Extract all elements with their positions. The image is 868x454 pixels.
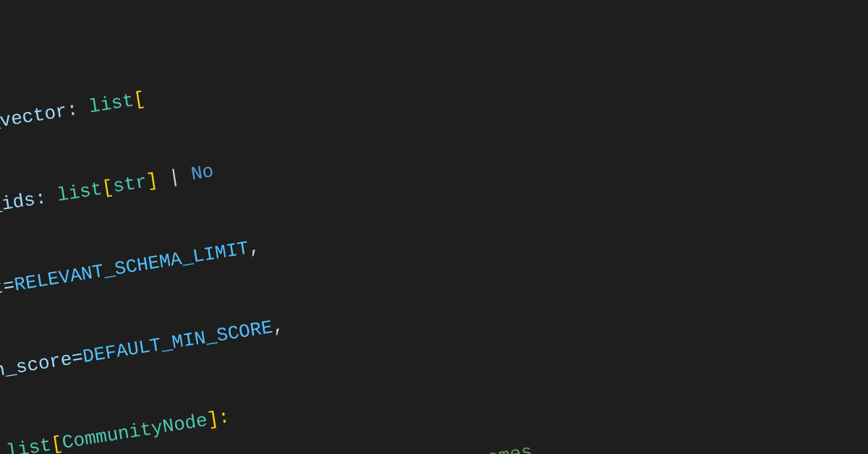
token-variable: roup_ids: (0, 185, 59, 224)
token-variable: earch_vector: (0, 97, 91, 143)
token-punct: | (156, 163, 193, 190)
token-type: str (111, 171, 148, 197)
token-constant: RELEVANT_SCHEMA_LIMIT (13, 237, 250, 296)
token-type: list (5, 434, 53, 454)
code-line[interactable]: roup_ids: list[str] | No (0, 61, 829, 227)
token-variable: min_score= (0, 346, 85, 385)
token-bracket: [ (132, 88, 147, 111)
token-punct: , (247, 236, 261, 259)
token-none: No (190, 160, 216, 185)
code-line[interactable]: imit=RELEVANT_SCHEMA_LIMIT, (0, 142, 841, 308)
token-punct: , (271, 314, 285, 338)
code-block[interactable]: iver, earch_vector: list[ roup_ids: list… (0, 0, 868, 454)
token-type: list (88, 90, 135, 118)
token-type: list (56, 178, 103, 206)
token-constant: DEFAULT_MIN_SCORE (81, 316, 274, 367)
code-line[interactable]: min_score=DEFAULT_MIN_SCORE, (0, 223, 854, 389)
token-bracket: ]: (205, 406, 231, 431)
token-type: CommunityNode (61, 409, 209, 453)
editor-viewport: iver, earch_vector: list[ roup_ids: list… (0, 0, 868, 454)
